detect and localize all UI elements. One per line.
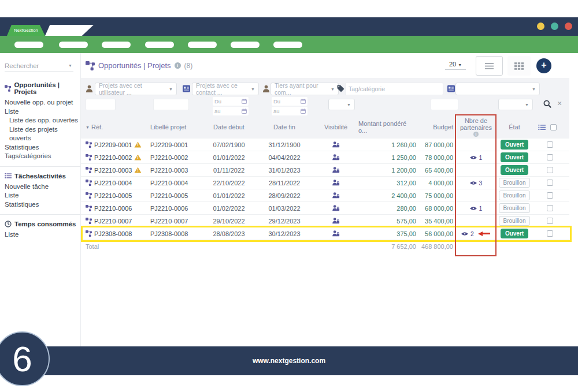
nav-pill-7[interactable]: [273, 42, 302, 48]
chevron-down-icon: ▼: [68, 64, 72, 68]
filter-bar: Projets avec cet utilisateur ...▼ Projet…: [81, 78, 569, 115]
filter-contact-select[interactable]: Projets avec ce contact ...▼: [192, 83, 259, 95]
filter-date-fin: Du au: [272, 97, 307, 115]
nav-pill-6[interactable]: [231, 42, 260, 48]
calendar-icon[interactable]: [301, 109, 306, 114]
sidebar-item-statistiques-taches[interactable]: Statistiques: [5, 200, 80, 210]
col-etat: État: [497, 124, 532, 130]
filter-tag-input[interactable]: [345, 83, 443, 95]
status-cell: Ouvert: [497, 152, 532, 162]
warning-icon: [134, 167, 141, 173]
sidebar-section-taches[interactable]: Tâches/activités: [5, 173, 80, 180]
sidebar-item-statistiques-opp[interactable]: Statistiques: [5, 143, 80, 152]
date-fin: 30/12/2023: [255, 230, 313, 237]
sidebar-section-opportunites[interactable]: Opportunités | Projets: [5, 81, 80, 95]
row-checkbox[interactable]: [547, 180, 553, 186]
select-all-checkbox[interactable]: [550, 124, 557, 130]
row-checkbox[interactable]: [547, 167, 553, 173]
nav-pill-1[interactable]: [14, 42, 43, 48]
date-to-input[interactable]: au: [213, 107, 249, 115]
column-list-icon[interactable]: [538, 124, 546, 130]
sidebar-item-tags-categories[interactable]: Tags/catégories: [5, 152, 80, 161]
sidebar-item-liste-projets-ouverts[interactable]: Liste des projets ouverts: [9, 125, 80, 143]
project-ref-link[interactable]: PJ2210-0005: [86, 192, 150, 199]
project-ref-link[interactable]: PJ2210-0006: [86, 205, 150, 212]
tag-icon: [337, 85, 344, 92]
project-ref-link[interactable]: PJ2210-0002: [86, 154, 150, 161]
project-ref-link[interactable]: PJ2210-0004: [86, 180, 150, 186]
project-ref-link[interactable]: PJ2209-0001: [86, 141, 150, 148]
eye-icon: [461, 232, 468, 236]
filter-ref-input[interactable]: [86, 99, 116, 110]
nav-pill-5[interactable]: [188, 42, 217, 48]
grid-view-button[interactable]: [507, 56, 531, 76]
filter-user-select[interactable]: Projets avec cet utilisateur ...▼: [95, 83, 177, 95]
date-fin: 04/04/2022: [255, 154, 313, 161]
users-lock-icon: [332, 154, 340, 161]
project-label: PJ2210-0006: [150, 205, 202, 212]
calendar-icon[interactable]: [242, 109, 247, 114]
date-to-input[interactable]: au: [272, 107, 307, 115]
project-ref-link[interactable]: PJ2210-0003: [86, 167, 150, 174]
filter-etat-select[interactable]: ▼: [498, 99, 533, 110]
grid-icon: [514, 62, 524, 70]
minimize-dot[interactable]: [537, 23, 544, 30]
project-label: PJ2210-0003: [150, 167, 202, 174]
list-view-button[interactable]: [476, 56, 503, 76]
sidebar-item-liste-opp[interactable]: Liste: [5, 107, 80, 117]
user-icon: [262, 85, 270, 92]
search-icon[interactable]: [543, 100, 551, 108]
project-ref-link[interactable]: PJ2308-0008: [86, 230, 150, 237]
status-cell: Brouillon: [497, 203, 532, 213]
close-dot[interactable]: [565, 23, 572, 30]
row-checkbox[interactable]: [547, 205, 553, 211]
col-partners: Nbre de partenaires i: [455, 117, 497, 137]
sidebar-item-nouvelle-opp[interactable]: Nouvelle opp. ou projet: [5, 98, 80, 107]
sidebar-item-nouvelle-tache[interactable]: Nouvelle tâche: [5, 182, 80, 192]
status-badge: Brouillon: [499, 216, 531, 226]
visibility-cell: [313, 192, 358, 199]
row-checkbox[interactable]: [547, 218, 553, 224]
budget: 65 400,00: [418, 167, 455, 174]
calendar-icon[interactable]: [301, 99, 306, 104]
row-checkbox[interactable]: [547, 154, 553, 160]
footer-url: www.nextgestion.com: [0, 346, 578, 375]
col-budget: Budget: [418, 124, 455, 130]
nav-pill-2[interactable]: [59, 42, 88, 48]
sidebar-item-liste-temps[interactable]: Liste: [5, 230, 80, 240]
add-project-button[interactable]: +: [536, 58, 551, 73]
project-label: PJ2210-0002: [150, 154, 202, 161]
row-controls: [532, 218, 560, 224]
col-ref[interactable]: ▼ Réf.: [86, 124, 150, 130]
sidebar-section-temps[interactable]: Temps consommés: [5, 221, 80, 227]
row-checkbox[interactable]: [547, 192, 553, 199]
date-from-input[interactable]: Du: [272, 97, 307, 106]
row-checkbox[interactable]: [547, 230, 553, 237]
maximize-dot[interactable]: [551, 23, 558, 30]
filter-libelle-input[interactable]: [153, 99, 189, 110]
project-label: PJ2210-0007: [150, 218, 202, 225]
filter-extra-select[interactable]: ▼: [455, 83, 540, 95]
budget: 75 000,00: [418, 192, 455, 199]
sidebar-item-liste-opp-ouvertes[interactable]: Liste des opp. ouvertes: [9, 116, 80, 125]
filter-tiers-select[interactable]: Tiers ayant pour com...▼: [271, 83, 339, 95]
partners-cell: 3: [455, 180, 497, 186]
warning-icon: [134, 155, 141, 160]
project-ref-link[interactable]: PJ2210-0007: [86, 218, 150, 225]
calendar-icon[interactable]: [242, 99, 247, 104]
filter-visibilite-select[interactable]: ▼: [328, 99, 355, 110]
filter-budget-input[interactable]: [431, 99, 458, 110]
project-icon: [86, 205, 92, 211]
project-icon: [86, 167, 92, 173]
total-label: Total: [86, 243, 150, 250]
sidebar-item-liste-taches[interactable]: Liste: [5, 191, 80, 200]
sidebar-search-select[interactable]: Rechercher ▼: [5, 59, 73, 72]
date-from-input[interactable]: Du: [213, 97, 249, 106]
clear-filters-icon[interactable]: ×: [557, 99, 562, 108]
nav-pill-4[interactable]: [145, 42, 174, 48]
date-debut: 01/11/2022: [202, 167, 255, 174]
status-badge: Brouillon: [499, 191, 531, 200]
page-size-select[interactable]: 20 ▼: [445, 61, 466, 70]
nav-pill-3[interactable]: [102, 42, 131, 48]
row-checkbox[interactable]: [547, 141, 553, 148]
